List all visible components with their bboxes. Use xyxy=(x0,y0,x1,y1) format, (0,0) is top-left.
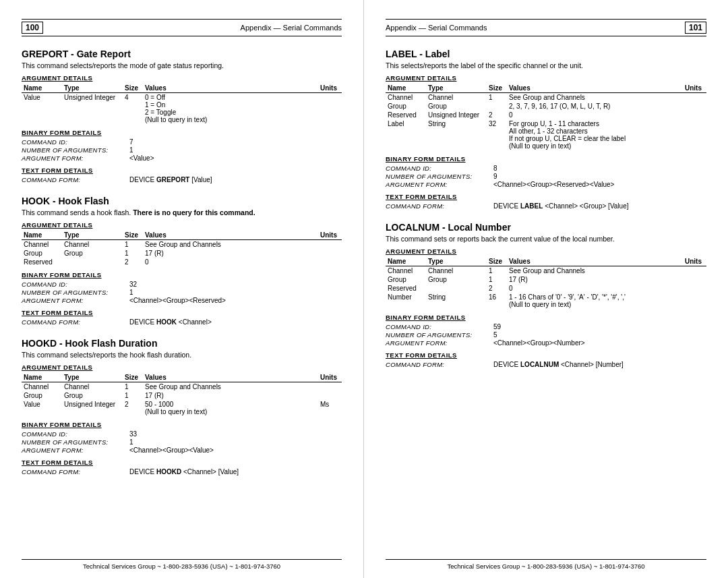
hookd-th-units: Units xyxy=(318,373,342,382)
hookd-th-type: Type xyxy=(62,373,123,382)
field-value: 9 xyxy=(493,173,497,180)
cell: 4 xyxy=(123,93,143,125)
cmd-bold: HOOKD xyxy=(156,468,181,475)
field-label: COMMAND ID: xyxy=(386,323,493,330)
label-binary-label: BINARY FORM DETAILS xyxy=(386,155,706,163)
hook-binary-label: BINARY FORM DETAILS xyxy=(22,271,342,279)
section-hookd: HOOKD - Hook Flash Duration This command… xyxy=(22,338,342,475)
field-label: COMMAND ID: xyxy=(386,165,493,172)
greport-arg-label: ARGUMENT DETAILS xyxy=(22,74,342,82)
localnum-title: LOCALNUM - Local Number xyxy=(386,222,706,233)
field-value: <Value> xyxy=(129,154,154,162)
field-row: COMMAND ID: 59 xyxy=(386,323,706,330)
field-label: ARGUMENT FORM: xyxy=(386,339,493,347)
section-greport: GREPORT - Gate Report This command selec… xyxy=(22,49,342,183)
field-label: NUMBER OF ARGUMENTS: xyxy=(22,289,129,296)
field-label: ARGUMENT FORM: xyxy=(386,181,493,188)
section-localnum: LOCALNUM - Local Number This command set… xyxy=(386,222,706,368)
table-row: Label String 32 For group U, 1 - 11 char… xyxy=(386,119,706,150)
field-label: ARGUMENT FORM: xyxy=(22,446,129,454)
left-footer: Technical Services Group ~ 1-800-283-593… xyxy=(22,559,342,570)
field-label: ARGUMENT FORM: xyxy=(22,154,129,162)
hook-th-type: Type xyxy=(62,231,123,240)
localnum-th-type: Type xyxy=(426,257,487,266)
cell: Ms xyxy=(318,400,342,416)
cell: 0 xyxy=(143,258,318,266)
right-page-header: Appendix — Serial Commands 101 xyxy=(386,19,706,36)
field-row: ARGUMENT FORM: <Channel><Group><Reserved… xyxy=(22,297,342,304)
label-th-units: Units xyxy=(683,84,706,93)
field-row: ARGUMENT FORM: <Value> xyxy=(22,154,342,162)
table-row: Reserved 2 0 xyxy=(386,284,706,293)
hookd-table: Name Type Size Values Units Channel Chan… xyxy=(22,373,342,416)
section-label: LABEL - Label This selects/reports the l… xyxy=(386,49,706,210)
cell: 2 xyxy=(487,284,507,293)
left-header-title: Appendix — Serial Commands xyxy=(241,24,342,32)
cell: 1 xyxy=(487,275,507,284)
field-row: NUMBER OF ARGUMENTS: 9 xyxy=(386,173,706,180)
field-value: 1 xyxy=(129,438,133,446)
hookd-title: HOOKD - Hook Flash Duration xyxy=(22,338,342,349)
table-row: Channel Channel 1 See Group and Channels xyxy=(386,266,706,276)
field-row: NUMBER OF ARGUMENTS: 1 xyxy=(22,289,342,296)
label-th-values: Values xyxy=(507,84,683,93)
table-row: Reserved 2 0 xyxy=(22,258,342,266)
left-page: 100 Appendix — Serial Commands GREPORT -… xyxy=(0,0,364,578)
greport-th-values: Values xyxy=(143,84,318,93)
cell xyxy=(318,382,342,392)
field-row: NUMBER OF ARGUMENTS: 5 xyxy=(386,331,706,339)
field-label: NUMBER OF ARGUMENTS: xyxy=(22,146,129,154)
cell: Channel xyxy=(386,93,426,103)
greport-table: Name Type Size Values Units Value Unsign… xyxy=(22,84,342,124)
section-hook: HOOK - Hook Flash This command sends a h… xyxy=(22,196,342,326)
field-label: COMMAND FORM: xyxy=(22,176,129,183)
cell: Unsigned Integer xyxy=(62,400,123,416)
field-value: <Channel><Group><Number> xyxy=(493,339,585,347)
localnum-th-units: Units xyxy=(683,257,706,266)
field-label: NUMBER OF ARGUMENTS: xyxy=(386,173,493,180)
cell: String xyxy=(426,119,487,150)
greport-th-type: Type xyxy=(62,84,123,93)
field-value: DEVICE LABEL <Channel> <Group> [Value] xyxy=(493,202,629,210)
cell: Group xyxy=(426,102,487,111)
cell: String xyxy=(426,293,487,309)
cell: Channel xyxy=(386,266,426,276)
cmd-suffix: <Channel> xyxy=(177,318,212,326)
field-value: 8 xyxy=(493,165,497,172)
field-value: DEVICE HOOK <Channel> xyxy=(129,318,212,326)
cell: 1 xyxy=(487,266,507,276)
hook-th-values: Values xyxy=(143,231,318,240)
cell xyxy=(318,258,342,266)
table-row: Channel Channel 1 See Group and Channels xyxy=(22,382,342,392)
hook-desc: This command sends a hook flash. There i… xyxy=(22,208,342,216)
cell: Unsigned Integer xyxy=(426,111,487,119)
field-value: DEVICE GREPORT [Value] xyxy=(129,176,212,183)
localnum-th-size: Size xyxy=(487,257,507,266)
cell: Label xyxy=(386,119,426,150)
field-value: 7 xyxy=(129,138,133,146)
cell: 32 xyxy=(487,119,507,150)
cell: Channel xyxy=(62,240,123,250)
label-th-size: Size xyxy=(487,84,507,93)
cmd-prefix: DEVICE xyxy=(493,202,520,210)
hookd-text: TEXT FORM DETAILS COMMAND FORM: DEVICE H… xyxy=(22,459,342,475)
cell: Value xyxy=(22,93,62,125)
cell: 17 (R) xyxy=(143,249,318,258)
field-row: COMMAND ID: 8 xyxy=(386,165,706,172)
cmd-bold: LOCALNUM xyxy=(520,361,559,368)
greport-text: TEXT FORM DETAILS COMMAND FORM: DEVICE G… xyxy=(22,167,342,183)
cell: 2 xyxy=(123,258,143,266)
cmd-prefix: DEVICE xyxy=(129,318,156,326)
cell: 1 xyxy=(123,240,143,250)
field-label: COMMAND FORM: xyxy=(22,468,129,475)
cell: Unsigned Integer xyxy=(62,93,123,125)
cell xyxy=(62,258,123,266)
field-label: COMMAND ID: xyxy=(22,430,129,438)
field-row: NUMBER OF ARGUMENTS: 1 xyxy=(22,438,342,446)
hookd-binary-label: BINARY FORM DETAILS xyxy=(22,421,342,428)
table-row: Group Group 1 17 (R) xyxy=(386,275,706,284)
cell: 1 xyxy=(123,382,143,392)
label-th-type: Type xyxy=(426,84,487,93)
hook-binary: BINARY FORM DETAILS COMMAND ID: 32 NUMBE… xyxy=(22,271,342,304)
cell: 1 xyxy=(123,391,143,400)
